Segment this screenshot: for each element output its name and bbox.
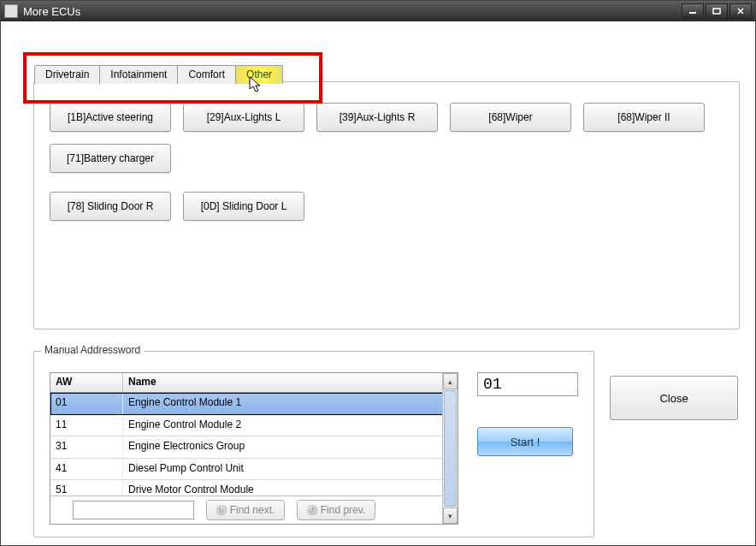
client-area: Drivetrain Infotainment Comfort Other [1… xyxy=(1,21,755,545)
aw-table: AW Name 01 Engine Control Module 1 11 En… xyxy=(50,372,458,525)
minimize-button[interactable] xyxy=(682,3,704,19)
manual-legend: Manual Addressword xyxy=(41,344,144,356)
titlebar: More ECUs xyxy=(1,1,755,21)
aw-table-header: AW Name xyxy=(50,373,458,393)
svg-rect-0 xyxy=(689,12,696,14)
ecu-category-tabs: Drivetrain Infotainment Comfort Other xyxy=(34,65,282,84)
aw-row[interactable]: 01 Engine Control Module 1 xyxy=(50,393,458,415)
aw-col-header-aw[interactable]: AW xyxy=(50,373,123,392)
aw-row[interactable]: 31 Engine Electronics Group xyxy=(50,436,458,459)
svg-rect-1 xyxy=(713,9,720,14)
window-title: More ECUs xyxy=(23,5,80,18)
ecu-button[interactable]: [68]Wiper II xyxy=(583,103,705,132)
start-button[interactable]: Start ! xyxy=(477,427,573,456)
find-next-icon: ↻ xyxy=(216,505,227,515)
ecu-row-1: [1B]Active steering [29]Aux-Lights L [39… xyxy=(50,103,724,173)
ecu-buttons-frame: [1B]Active steering [29]Aux-Lights L [39… xyxy=(33,81,740,329)
tab-comfort[interactable]: Comfort xyxy=(177,65,236,84)
aw-col-header-name[interactable]: Name xyxy=(123,373,458,392)
system-icon xyxy=(4,4,18,18)
ecu-button[interactable]: [39]Aux-Lights R xyxy=(316,103,438,132)
find-prev-icon: ↺ xyxy=(307,505,317,515)
maximize-button[interactable] xyxy=(706,3,728,19)
ecu-button[interactable]: [0D] Sliding Door L xyxy=(183,192,304,221)
aw-scrollbar[interactable]: ▴ ▾ xyxy=(442,373,458,524)
find-input[interactable] xyxy=(73,501,194,519)
find-prev-button[interactable]: ↺ Find prev. xyxy=(297,500,375,520)
scroll-up-button[interactable]: ▴ xyxy=(443,373,458,389)
tab-infotainment[interactable]: Infotainment xyxy=(99,65,178,84)
close-window-button[interactable] xyxy=(729,3,752,19)
aw-table-body: 01 Engine Control Module 1 11 Engine Con… xyxy=(50,393,458,496)
ecu-button[interactable]: [1B]Active steering xyxy=(50,103,171,132)
scroll-thumb[interactable] xyxy=(444,390,457,507)
manual-addressword-group: Manual Addressword AW Name 01 Engine Con… xyxy=(33,351,594,537)
aw-code-input[interactable] xyxy=(477,372,578,396)
ecu-row-2: [78] Sliding Door R [0D] Sliding Door L xyxy=(50,192,724,221)
app-window: More ECUs Drivetrain Infotainment Comfor… xyxy=(0,0,756,546)
aw-row[interactable]: 11 Engine Control Module 2 xyxy=(50,415,458,437)
scroll-down-button[interactable]: ▾ xyxy=(443,507,458,524)
aw-row[interactable]: 41 Diesel Pump Control Unit xyxy=(50,459,458,481)
ecu-button[interactable]: [71]Battery charger xyxy=(50,144,171,173)
tab-drivetrain[interactable]: Drivetrain xyxy=(34,65,100,84)
ecu-button[interactable]: [78] Sliding Door R xyxy=(50,192,171,221)
tab-other[interactable]: Other xyxy=(235,65,283,84)
find-next-button[interactable]: ↻ Find next. xyxy=(206,500,285,520)
ecu-button[interactable]: [68]Wiper xyxy=(450,103,571,132)
aw-find-bar: ↻ Find next. ↺ Find prev. xyxy=(50,496,458,524)
aw-row[interactable]: 51 Drive Motor Control Module xyxy=(50,480,458,496)
close-button[interactable]: Close xyxy=(610,376,738,420)
ecu-button[interactable]: [29]Aux-Lights L xyxy=(183,103,304,132)
